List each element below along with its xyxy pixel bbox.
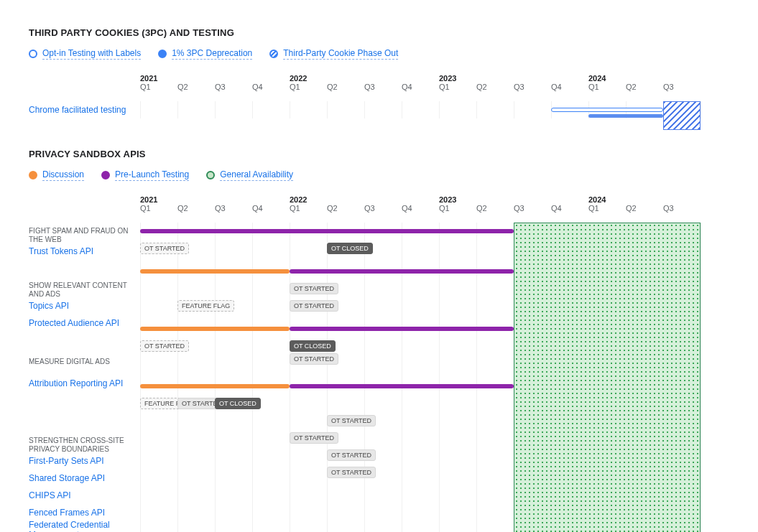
legend-item[interactable]: Third-Party Cookie Phase Out	[269, 48, 398, 60]
row-label[interactable]: Shared Storage API	[29, 470, 133, 487]
timeline-row: OT STARTED	[140, 280, 701, 297]
quarter-label: Q4	[252, 204, 290, 213]
legend-swatch	[206, 171, 215, 179]
milestone-pill: OT STARTED	[327, 449, 376, 461]
api-link[interactable]: Shared Storage API	[29, 473, 105, 483]
milestone-pill: OT STARTED	[290, 353, 338, 365]
quarter-label: Q4	[551, 204, 588, 213]
quarter-label: Q3	[364, 204, 402, 213]
row-label	[29, 415, 133, 432]
row-label[interactable]: CHIPS API	[29, 487, 133, 504]
legend: DiscussionPre-Launch TestingGeneral Avai…	[29, 169, 729, 181]
api-link[interactable]: First-Party Sets API	[29, 456, 104, 466]
quarter-label: Q2	[327, 83, 364, 91]
labels-col: FIGHT SPAM AND FRAUD ON THE WEBTrust Tok…	[29, 223, 133, 532]
timeline-row: FEATURE FLAGOT STARTEDOT CLOSED	[140, 395, 701, 412]
quarter-label: Q2	[177, 204, 215, 213]
quarter-label: Q1	[588, 83, 626, 91]
api-link[interactable]: Attribution Reporting API	[29, 378, 123, 388]
legend-label[interactable]: General Availability	[220, 169, 293, 181]
legend-label[interactable]: Pre-Launch Testing	[115, 169, 189, 181]
milestone-pill: OT STARTED	[290, 283, 338, 294]
api-link[interactable]: Topics API	[29, 301, 69, 311]
year-label: 2023	[439, 74, 588, 83]
gridline	[701, 101, 701, 118]
quarter-label: Q2	[177, 83, 215, 91]
row-label[interactable]: Federated Credential Management	[29, 521, 133, 532]
year-label: 2022	[290, 74, 439, 83]
quarter-label: Q2	[626, 204, 663, 213]
row-label[interactable]: Topics API	[29, 297, 133, 314]
timeline-row: OT STARTED	[140, 447, 701, 464]
legend-label[interactable]: Third-Party Cookie Phase Out	[283, 48, 398, 60]
legend-swatch	[29, 50, 37, 58]
category-heading: MEASURE DIGITAL ADS	[29, 358, 110, 367]
timeline-row: OT STARTED	[140, 429, 701, 447]
timeline-row	[140, 101, 701, 118]
legend-label[interactable]: Discussion	[42, 169, 84, 181]
quarter-label: Q2	[327, 204, 364, 213]
timeline-body: OT STARTEDOT CLOSEDOT STARTEDFEATURE FLA…	[140, 223, 701, 532]
quarter-label: Q3	[215, 83, 252, 91]
timeline-row	[140, 378, 701, 395]
bar	[290, 269, 514, 274]
row-label[interactable]: Fenced Frames API	[29, 504, 133, 521]
category-heading: STRENGTHEN CROSS-SITE PRIVACY BOUNDARIES	[29, 437, 130, 454]
quarter-label: Q4	[402, 204, 439, 213]
milestone-pill: OT STARTED	[140, 340, 189, 352]
row-label[interactable]: Protected Audience API	[29, 314, 133, 332]
bar	[290, 327, 514, 331]
year-label: 2021	[140, 74, 290, 83]
milestone-pill: OT STARTED	[290, 432, 338, 444]
year-label: 2024	[588, 195, 701, 204]
api-link[interactable]: Trust Tokens API	[29, 246, 93, 256]
api-link[interactable]: Chrome facilitated testing	[29, 105, 126, 115]
timeline-row	[140, 263, 701, 280]
row-label	[29, 260, 133, 277]
row-label: MEASURE DIGITAL ADS	[29, 352, 133, 369]
quarter-label: Q2	[476, 83, 514, 91]
milestone-pill: OT CLOSED	[215, 398, 261, 409]
legend-item[interactable]: Opt-in Testing with Labels	[29, 48, 141, 60]
bar	[551, 108, 663, 112]
api-link[interactable]: Fenced Frames API	[29, 508, 105, 518]
timeline-row	[140, 257, 701, 263]
quarter-label: Q4	[551, 83, 588, 91]
legend: Opt-in Testing with Labels1% 3PC Depreca…	[29, 48, 729, 60]
quarter-label: Q3	[663, 204, 701, 213]
quarter-label: Q1	[290, 204, 327, 213]
row-label[interactable]: First-Party Sets API	[29, 452, 133, 470]
legend-item[interactable]: General Availability	[206, 169, 293, 181]
year-label: 2023	[439, 195, 588, 204]
legend-item[interactable]: Pre-Launch Testing	[101, 169, 189, 181]
api-link[interactable]: CHIPS API	[29, 490, 71, 500]
row-label[interactable]: Trust Tokens API	[29, 243, 133, 260]
gridline	[701, 223, 701, 532]
milestone-pill: OT STARTED	[290, 300, 338, 312]
labels-col: Chrome facilitated testing	[29, 101, 133, 118]
bar	[588, 114, 663, 118]
row-label[interactable]: Attribution Reporting API	[29, 369, 133, 398]
legend-swatch	[158, 50, 167, 58]
api-link[interactable]: Protected Audience API	[29, 318, 119, 328]
quarter-label: Q3	[215, 204, 252, 213]
legend-item[interactable]: Discussion	[29, 169, 84, 181]
chart: 2021202220232024Q1Q2Q3Q4Q1Q2Q3Q4Q1Q2Q3Q4…	[29, 74, 729, 118]
legend-label[interactable]: Opt-in Testing with Labels	[42, 48, 141, 60]
quarter-label: Q3	[514, 83, 551, 91]
row-label: FIGHT SPAM AND FRAUD ON THE WEB	[29, 225, 133, 243]
milestone-pill: OT STARTED	[327, 415, 376, 426]
timeline-row: OT STARTEDOT CLOSED	[140, 240, 701, 257]
legend-label[interactable]: 1% 3PC Deprecation	[172, 48, 252, 60]
legend-item[interactable]: 1% 3PC Deprecation	[158, 48, 252, 60]
timeline-header: 2021202220232024Q1Q2Q3Q4Q1Q2Q3Q4Q1Q2Q3Q4…	[140, 195, 701, 223]
bar	[140, 269, 290, 274]
quarter-label: Q1	[439, 83, 476, 91]
quarter-label: Q1	[588, 204, 626, 213]
quarter-label: Q1	[290, 83, 327, 91]
timeline-row	[140, 372, 701, 378]
quarter-label: Q1	[439, 204, 476, 213]
row-label	[29, 332, 133, 349]
api-link[interactable]: Federated Credential Management	[29, 520, 130, 532]
row-label[interactable]: Chrome facilitated testing	[29, 101, 133, 118]
